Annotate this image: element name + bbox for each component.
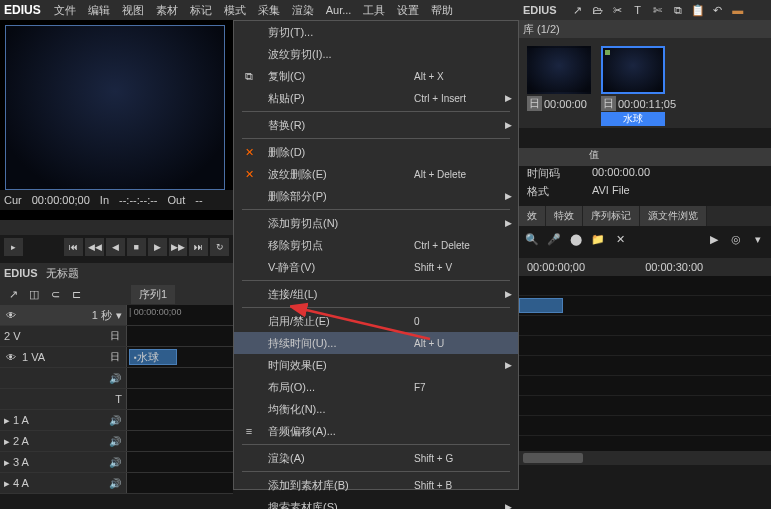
menu-capture[interactable]: 采集 [253, 1, 285, 20]
track-1va[interactable]: ▪ 水球 [127, 347, 233, 367]
rp-bin-tab[interactable]: 库 (1/2) [519, 20, 771, 38]
track-t[interactable] [127, 389, 233, 409]
rp-track-area[interactable] [519, 276, 771, 451]
tl-snap-icon[interactable]: ◫ [25, 286, 43, 302]
step-fwd-button[interactable]: ▶▶ [169, 238, 188, 256]
menu-item-17[interactable]: 启用/禁止(E)0 [234, 310, 518, 332]
track-head-t[interactable]: T [0, 389, 127, 409]
play-button[interactable]: ▶ [148, 238, 167, 256]
menu-item-19[interactable]: 时间效果(E)▶ [234, 354, 518, 376]
menu-item-7[interactable]: ✕删除(D) [234, 141, 518, 163]
rp-scrollbar[interactable] [519, 451, 771, 465]
menu-item-15[interactable]: 连接/组(L)▶ [234, 283, 518, 305]
menu-item-24[interactable]: 渲染(A)Shift + G [234, 447, 518, 469]
rp-undo-icon[interactable]: ↶ [709, 2, 727, 18]
track-3a[interactable] [127, 452, 233, 472]
rp-clip[interactable] [519, 298, 563, 313]
menu-item-2[interactable]: ⧉复制(C)Alt + X [234, 65, 518, 87]
track-head-4a[interactable]: ▸ 4 A🔊 [0, 473, 127, 493]
track-head-3a[interactable]: ▸ 3 A🔊 [0, 452, 127, 472]
track-head-1a[interactable]: ▸ 1 A🔊 [0, 410, 127, 430]
menu-item-11[interactable]: 添加剪切点(N)▶ [234, 212, 518, 234]
rp-text-icon[interactable]: T [629, 2, 647, 18]
tl-group-icon[interactable]: ⊏ [67, 286, 85, 302]
fwd-end-button[interactable]: ⏭ [189, 238, 208, 256]
preview-slider[interactable] [0, 220, 233, 235]
gear-icon[interactable]: ✕ [611, 231, 629, 247]
transport-btn[interactable]: ▸ [4, 238, 23, 256]
tab-browse[interactable]: 源文件浏览 [640, 206, 707, 226]
step-back-button[interactable]: ◀◀ [85, 238, 104, 256]
speaker-icon[interactable]: 🔊 [108, 413, 122, 427]
track-out-icon[interactable]: 日 [108, 350, 122, 364]
menu-help[interactable]: 帮助 [426, 1, 458, 20]
clip-waterball[interactable]: ▪ 水球 [129, 349, 177, 365]
track-2v[interactable] [127, 326, 233, 346]
speaker-icon[interactable]: 🔊 [108, 434, 122, 448]
eye-icon[interactable]: 👁 [4, 308, 18, 322]
menu-view[interactable]: 视图 [117, 1, 149, 20]
track-head-2a[interactable]: ▸ 2 A🔊 [0, 431, 127, 451]
thumb-2[interactable]: 日00:00:11;05 水球 [601, 46, 665, 120]
menu-tools[interactable]: 工具 [358, 1, 390, 20]
track-ctrl[interactable]: 1 秒 [92, 308, 112, 323]
back-button[interactable]: ◀ [106, 238, 125, 256]
menu-icon[interactable]: ▾ [749, 231, 767, 247]
menu-item-3[interactable]: 粘贴(P)Ctrl + Insert▶ [234, 87, 518, 109]
rp-bin-icon[interactable]: 🗁 [589, 2, 607, 18]
speaker-icon[interactable]: 🔊 [108, 476, 122, 490]
track-out-icon[interactable]: 日 [108, 329, 122, 343]
menu-settings[interactable]: 设置 [392, 1, 424, 20]
play-icon[interactable]: ▶ [705, 231, 723, 247]
menu-mode[interactable]: 模式 [219, 1, 251, 20]
mic-icon[interactable]: 🎤 [545, 231, 563, 247]
tab-fx[interactable]: 效 [519, 206, 546, 226]
track-1a[interactable] [127, 410, 233, 430]
target-icon[interactable]: ◎ [727, 231, 745, 247]
track-head-2v[interactable]: 2 V日 [0, 326, 127, 346]
menu-file[interactable]: 文件 [49, 1, 81, 20]
menu-clip[interactable]: 素材 [151, 1, 183, 20]
menu-item-9[interactable]: 删除部分(P)▶ [234, 185, 518, 207]
rp-ruler[interactable]: 00:00:00;0000:00:30:00 [519, 258, 771, 276]
menu-item-18[interactable]: 持续时间(U)...Alt + U [234, 332, 518, 354]
tab-seqmarkers[interactable]: 序列标记 [583, 206, 640, 226]
menu-edit[interactable]: 编辑 [83, 1, 115, 20]
menu-item-20[interactable]: 布局(O)...F7 [234, 376, 518, 398]
menu-item-27[interactable]: 搜索素材库(S)▶ [234, 496, 518, 509]
rp-copy-icon[interactable]: ⧉ [669, 2, 687, 18]
eye-icon[interactable]: 👁 [4, 350, 18, 364]
preview-viewport[interactable] [5, 25, 225, 190]
rec-icon[interactable]: ⬤ [567, 231, 585, 247]
menu-item-5[interactable]: 替换(R)▶ [234, 114, 518, 136]
speaker-icon[interactable]: 🔊 [108, 371, 122, 385]
tl-tool-icon[interactable]: ↗ [4, 286, 22, 302]
menu-item-1[interactable]: 波纹剪切(I)... [234, 43, 518, 65]
rp-tool-icon[interactable]: ↗ [569, 2, 587, 18]
folder-icon[interactable]: 📁 [589, 231, 607, 247]
track-4a[interactable] [127, 473, 233, 493]
sequence-tab[interactable]: 序列1 [131, 285, 175, 304]
menu-render[interactable]: 渲染 [287, 1, 319, 20]
menu-aur[interactable]: Aur... [321, 2, 357, 18]
speaker-icon[interactable]: 🔊 [108, 455, 122, 469]
menu-item-8[interactable]: ✕波纹删除(E)Alt + Delete [234, 163, 518, 185]
menu-item-26[interactable]: 添加到素材库(B)Shift + B [234, 474, 518, 496]
rp-color-icon[interactable]: ▬ [729, 2, 747, 18]
rewind-button[interactable]: ⏮ [64, 238, 83, 256]
rp-paste-icon[interactable]: 📋 [689, 2, 707, 18]
track-blank[interactable] [127, 368, 233, 388]
loop-button[interactable]: ↻ [210, 238, 229, 256]
rp-scissors-icon[interactable]: ✄ [649, 2, 667, 18]
timeline-ruler[interactable]: | 00:00:00;00 [127, 305, 233, 325]
thumb-1[interactable]: 日00:00:00 [527, 46, 591, 120]
track-2a[interactable] [127, 431, 233, 451]
track-head-1va[interactable]: 👁1 VA日 [0, 347, 127, 367]
track-head-blank[interactable]: 🔊 [0, 368, 127, 388]
stop-button[interactable]: ■ [127, 238, 146, 256]
tl-magnet-icon[interactable]: ⊂ [46, 286, 64, 302]
rp-cut-icon[interactable]: ✂ [609, 2, 627, 18]
menu-marker[interactable]: 标记 [185, 1, 217, 20]
search-icon[interactable]: 🔍 [523, 231, 541, 247]
tab-effects[interactable]: 特效 [546, 206, 583, 226]
